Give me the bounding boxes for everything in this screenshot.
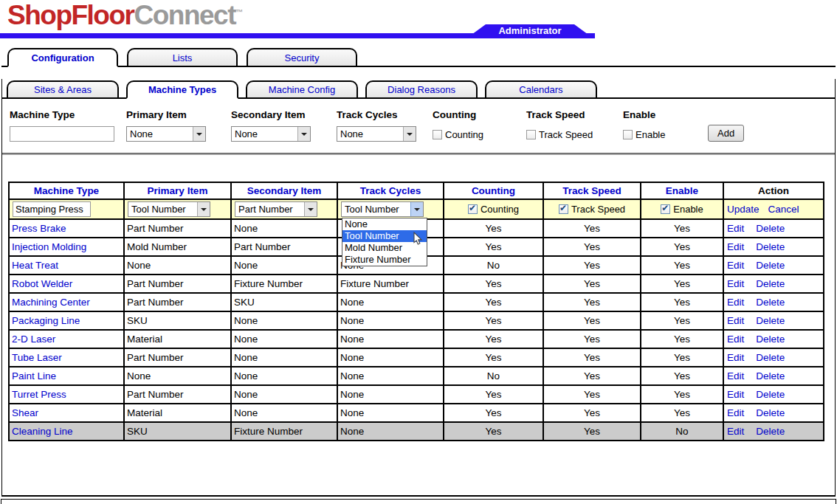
edit-link[interactable]: Edit xyxy=(727,297,744,308)
add-button[interactable]: Add xyxy=(708,125,744,142)
delete-link[interactable]: Delete xyxy=(756,334,785,345)
machine-type-link[interactable]: Heat Treat xyxy=(12,260,58,271)
edit-link[interactable]: Edit xyxy=(727,389,744,400)
delete-link[interactable]: Delete xyxy=(756,260,785,271)
cancel-link[interactable]: Cancel xyxy=(768,204,799,215)
machine-type-link[interactable]: Turret Press xyxy=(12,389,66,400)
primary-item-select[interactable]: None xyxy=(126,126,206,142)
delete-link[interactable]: Delete xyxy=(756,278,785,289)
counting-checkbox-label: Counting xyxy=(445,129,483,140)
subtab-machine-types[interactable]: Machine Types xyxy=(126,80,238,99)
delete-link[interactable]: Delete xyxy=(756,241,785,252)
sub-tab-bar: Sites & AreasMachine TypesMachine Config… xyxy=(2,79,835,99)
table-row: Tube LaserPart NumberNoneNoneYesYesYesEd… xyxy=(9,348,824,367)
delete-link[interactable]: Delete xyxy=(756,223,785,234)
table-cell: None xyxy=(231,404,337,422)
table-cell: Fixture Number xyxy=(337,275,444,293)
track-cycles-select[interactable]: None xyxy=(337,126,416,142)
edit-track-cycles-select[interactable]: Tool Number xyxy=(341,201,424,217)
table-cell: Material xyxy=(124,404,231,422)
dropdown-option[interactable]: Fixture Number xyxy=(342,254,427,266)
table-cell: Part Number xyxy=(231,238,337,256)
machine-type-input[interactable] xyxy=(10,126,114,142)
table-cell: None xyxy=(337,311,444,330)
table-cell: None xyxy=(231,219,337,238)
edit-link[interactable]: Edit xyxy=(727,315,744,326)
edit-link[interactable]: Edit xyxy=(727,426,744,437)
machine-type-link[interactable]: Press Brake xyxy=(12,223,66,234)
dropdown-option[interactable]: None xyxy=(342,218,427,230)
machine-type-link[interactable]: Cleaning Line xyxy=(12,426,73,437)
table-cell: Yes xyxy=(543,367,641,385)
enable-checkbox[interactable] xyxy=(623,130,633,139)
select-value: Tool Number xyxy=(128,202,197,216)
edit-link[interactable]: Edit xyxy=(727,260,744,271)
table-cell: Yes xyxy=(641,385,723,404)
track-speed-checkbox[interactable] xyxy=(526,130,536,139)
tab-configuration[interactable]: Configuration xyxy=(7,48,118,67)
enable-label: Enable xyxy=(623,109,708,121)
tab-lists[interactable]: Lists xyxy=(127,48,238,67)
delete-link[interactable]: Delete xyxy=(756,370,785,382)
machine-type-link[interactable]: Tube Laser xyxy=(12,352,62,363)
edit-link[interactable]: Edit xyxy=(727,223,744,234)
logo-connect: Connect xyxy=(134,0,235,30)
machine-type-link[interactable]: 2-D Laser xyxy=(12,334,55,345)
delete-link[interactable]: Delete xyxy=(756,297,785,308)
table-cell: Mold Number xyxy=(124,238,231,256)
form-field-primary-item: Primary Item None xyxy=(126,109,231,142)
subtab-calendars[interactable]: Calendars xyxy=(485,80,597,99)
table-cell: Yes xyxy=(444,348,543,367)
table-cell: None xyxy=(231,311,337,330)
machine-type-link[interactable]: Packaging Line xyxy=(12,315,80,326)
table-cell: None xyxy=(231,256,337,275)
table-cell: Yes xyxy=(543,238,641,256)
table-cell: Part Number xyxy=(124,275,231,293)
form-field-secondary-item: Secondary Item None xyxy=(231,109,337,142)
subtab-dialog-reasons[interactable]: Dialog Reasons xyxy=(365,80,478,99)
machine-type-link[interactable]: Machining Center xyxy=(12,297,90,308)
edit-link[interactable]: Edit xyxy=(727,352,744,363)
machine-type-link[interactable]: Paint Line xyxy=(12,370,56,382)
edit-enable-checkbox[interactable] xyxy=(661,204,670,214)
delete-link[interactable]: Delete xyxy=(756,407,785,418)
tab-security[interactable]: Security xyxy=(247,48,357,67)
edit-machine-type-input[interactable] xyxy=(13,201,91,217)
enable-checkbox-label: Enable xyxy=(636,129,665,140)
table-cell: SKU xyxy=(124,422,231,441)
track-speed-checkbox-label: Track Speed xyxy=(539,129,593,140)
subtab-sites-areas[interactable]: Sites & Areas xyxy=(7,80,119,99)
edit-enable-checkbox-label: Enable xyxy=(673,204,703,215)
table-cell: Material xyxy=(124,330,231,348)
edit-link[interactable]: Edit xyxy=(727,407,744,418)
machine-type-link[interactable]: Shear xyxy=(12,407,38,418)
table-cell: Yes xyxy=(543,422,641,441)
delete-link[interactable]: Delete xyxy=(756,426,785,437)
edit-link[interactable]: Edit xyxy=(727,370,744,382)
table-row: ShearMaterialNoneNoneYesYesYesEditDelete xyxy=(9,404,824,422)
machine-type-link[interactable]: Injection Molding xyxy=(12,241,86,252)
edit-counting-checkbox[interactable] xyxy=(468,204,478,214)
machine-types-table: Machine TypePrimary ItemSecondary ItemTr… xyxy=(8,182,824,441)
delete-link[interactable]: Delete xyxy=(756,389,785,400)
delete-link[interactable]: Delete xyxy=(756,352,785,363)
machine-type-link[interactable]: Robot Welder xyxy=(12,278,72,289)
edit-primary-item-select[interactable]: Tool Number xyxy=(128,201,210,217)
column-header-machine-type: Machine Type xyxy=(9,182,124,199)
edit-link[interactable]: Edit xyxy=(727,278,744,289)
table-header-row: Machine TypePrimary ItemSecondary ItemTr… xyxy=(9,182,824,199)
delete-link[interactable]: Delete xyxy=(756,315,785,326)
edit-secondary-item-select[interactable]: Part Number xyxy=(235,201,317,217)
counting-checkbox[interactable] xyxy=(433,130,442,139)
edit-link[interactable]: Edit xyxy=(727,334,744,345)
column-header-counting: Counting xyxy=(444,182,543,199)
form-field-counting: Counting Counting xyxy=(433,109,526,142)
edit-link[interactable]: Edit xyxy=(727,241,744,252)
chevron-down-icon xyxy=(410,202,423,216)
secondary-item-select[interactable]: None xyxy=(231,126,311,142)
update-link[interactable]: Update xyxy=(727,204,760,215)
table-cell: None xyxy=(231,385,337,404)
chevron-down-icon xyxy=(297,127,310,141)
subtab-machine-config[interactable]: Machine Config xyxy=(246,80,358,99)
edit-track-speed-checkbox[interactable] xyxy=(559,204,568,214)
